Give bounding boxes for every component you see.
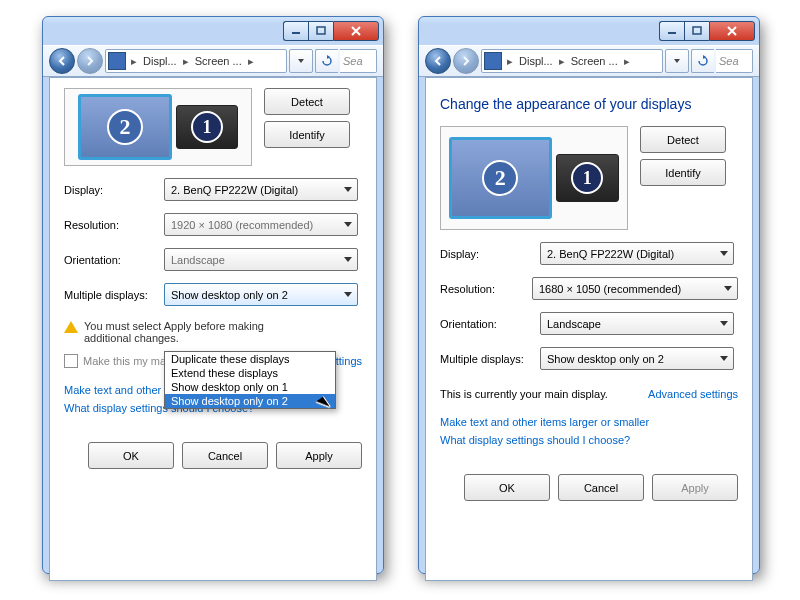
monitor-number: 2 [482, 160, 518, 196]
apply-button: Apply [652, 474, 738, 501]
chevron-down-icon [720, 356, 728, 361]
breadcrumb-seg[interactable]: Screen ... [567, 55, 622, 67]
chevron-down-icon [344, 187, 352, 192]
ok-button[interactable]: OK [88, 442, 174, 469]
cancel-button[interactable]: Cancel [558, 474, 644, 501]
main-display-status: This is currently your main display. [440, 388, 608, 400]
orientation-label: Orientation: [64, 254, 164, 266]
breadcrumb-dropdown-button[interactable] [289, 49, 313, 73]
control-panel-icon [484, 52, 502, 70]
search-input[interactable]: Sea [716, 49, 753, 73]
multiple-displays-dropdown[interactable]: Duplicate these displays Extend these di… [164, 351, 336, 409]
monitor-number: 1 [191, 111, 223, 143]
text-size-link[interactable]: Make text and other items larger or smal… [440, 416, 649, 428]
search-placeholder: Sea [343, 55, 363, 67]
warning-text: You must select Apply before making addi… [84, 320, 304, 344]
nav-back-button[interactable] [425, 48, 451, 74]
breadcrumb-dropdown-button[interactable] [665, 49, 689, 73]
close-button[interactable] [709, 21, 755, 41]
chevron-down-icon [724, 286, 732, 291]
nav-forward-button[interactable] [453, 48, 479, 74]
orientation-select[interactable]: Landscape [164, 248, 358, 271]
dropdown-option[interactable]: Show desktop only on 2 [165, 394, 335, 408]
ok-button[interactable]: OK [464, 474, 550, 501]
titlebar[interactable] [43, 17, 383, 45]
detect-button[interactable]: Detect [640, 126, 726, 153]
chevron-down-icon [344, 222, 352, 227]
window-left: ▸ Displ... ▸ Screen ... ▸ Sea 2 1 Detect… [42, 16, 384, 574]
monitor-number: 2 [107, 109, 143, 145]
nav-back-button[interactable] [49, 48, 75, 74]
search-placeholder: Sea [719, 55, 739, 67]
navbar: ▸ Displ... ▸ Screen ... ▸ Sea [43, 45, 383, 77]
window-right: ▸ Displ... ▸ Screen ... ▸ Sea Change the… [418, 16, 760, 574]
chevron-down-icon [720, 251, 728, 256]
chevron-icon: ▸ [505, 55, 515, 68]
breadcrumb[interactable]: ▸ Displ... ▸ Screen ... ▸ [105, 49, 287, 73]
titlebar[interactable] [419, 17, 759, 45]
svg-rect-1 [317, 27, 325, 34]
svg-rect-3 [693, 27, 701, 34]
dropdown-option[interactable]: Show desktop only on 1 [165, 380, 335, 394]
monitor-2-icon[interactable]: 2 [78, 94, 172, 160]
help-link[interactable]: What display settings should I choose? [440, 434, 630, 446]
orientation-label: Orientation: [440, 318, 540, 330]
dropdown-option[interactable]: Extend these displays [165, 366, 335, 380]
maximize-button[interactable] [308, 21, 333, 41]
resolution-select[interactable]: 1680 × 1050 (recommended) [532, 277, 738, 300]
minimize-button[interactable] [659, 21, 684, 41]
svg-rect-2 [668, 32, 676, 34]
page-title: Change the appearance of your displays [440, 96, 738, 112]
resolution-label: Resolution: [64, 219, 164, 231]
display-preview[interactable]: 2 1 [440, 126, 628, 230]
control-panel-icon [108, 52, 126, 70]
display-select[interactable]: 2. BenQ FP222W (Digital) [540, 242, 734, 265]
monitor-number: 1 [571, 162, 603, 194]
search-input[interactable]: Sea [340, 49, 377, 73]
refresh-button[interactable] [691, 49, 714, 73]
chevron-icon: ▸ [246, 55, 256, 68]
detect-button[interactable]: Detect [264, 88, 350, 115]
multiple-displays-select[interactable]: Show desktop only on 2 [540, 347, 734, 370]
breadcrumb-seg[interactable]: Displ... [515, 55, 557, 67]
close-button[interactable] [333, 21, 379, 41]
breadcrumb-seg[interactable]: Displ... [139, 55, 181, 67]
chevron-icon: ▸ [622, 55, 632, 68]
apply-button[interactable]: Apply [276, 442, 362, 469]
main-display-checkbox [64, 354, 78, 368]
chevron-down-icon [720, 321, 728, 326]
display-label: Display: [440, 248, 540, 260]
display-label: Display: [64, 184, 164, 196]
multiple-displays-select[interactable]: Show desktop only on 2 [164, 283, 358, 306]
chevron-down-icon [344, 292, 352, 297]
multiple-displays-label: Multiple displays: [440, 353, 540, 365]
multiple-displays-label: Multiple displays: [64, 289, 164, 301]
cancel-button[interactable]: Cancel [182, 442, 268, 469]
refresh-button[interactable] [315, 49, 338, 73]
svg-rect-0 [292, 32, 300, 34]
monitor-1-icon[interactable]: 1 [556, 154, 619, 202]
breadcrumb-seg[interactable]: Screen ... [191, 55, 246, 67]
monitor-2-icon[interactable]: 2 [449, 137, 552, 219]
breadcrumb[interactable]: ▸ Displ... ▸ Screen ... ▸ [481, 49, 663, 73]
chevron-icon: ▸ [181, 55, 191, 68]
warning-row: You must select Apply before making addi… [64, 320, 362, 344]
identify-button[interactable]: Identify [264, 121, 350, 148]
orientation-select[interactable]: Landscape [540, 312, 734, 335]
nav-forward-button[interactable] [77, 48, 103, 74]
dropdown-option[interactable]: Duplicate these displays [165, 352, 335, 366]
resolution-label: Resolution: [440, 283, 532, 295]
identify-button[interactable]: Identify [640, 159, 726, 186]
display-select[interactable]: 2. BenQ FP222W (Digital) [164, 178, 358, 201]
chevron-icon: ▸ [129, 55, 139, 68]
display-preview[interactable]: 2 1 [64, 88, 252, 166]
advanced-settings-link[interactable]: Advanced settings [648, 388, 738, 400]
resolution-select[interactable]: 1920 × 1080 (recommended) [164, 213, 358, 236]
monitor-1-icon[interactable]: 1 [176, 105, 238, 149]
warning-icon [64, 321, 78, 333]
maximize-button[interactable] [684, 21, 709, 41]
minimize-button[interactable] [283, 21, 308, 41]
navbar: ▸ Displ... ▸ Screen ... ▸ Sea [419, 45, 759, 77]
chevron-down-icon [344, 257, 352, 262]
chevron-icon: ▸ [557, 55, 567, 68]
